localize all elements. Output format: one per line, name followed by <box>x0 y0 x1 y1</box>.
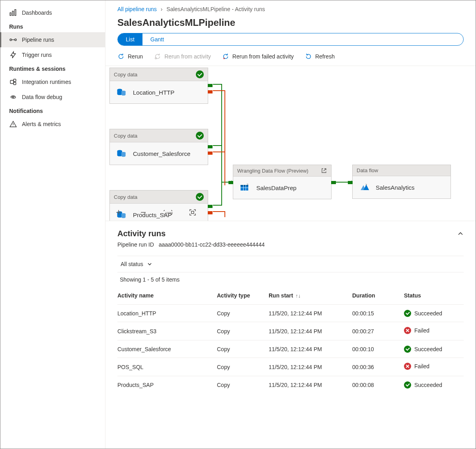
zoom-out-button[interactable] <box>138 207 148 218</box>
breadcrumb-root[interactable]: All pipeline runs <box>117 6 157 12</box>
zoom-in-button[interactable] <box>113 207 124 218</box>
input-port[interactable] <box>228 181 233 184</box>
sidebar-item-integration-runtimes[interactable]: Integration runtimes <box>0 74 105 89</box>
database-icon <box>115 148 127 159</box>
cell-activity-type: Copy <box>217 376 269 394</box>
svg-rect-6 <box>14 79 16 82</box>
activity-node-customer-salesforce[interactable]: Copy data Customer_Salesforce <box>109 129 208 165</box>
pipeline-canvas[interactable]: Copy data Location_HTTP Copy data Custom… <box>105 66 476 221</box>
svg-text:100%: 100% <box>165 211 173 215</box>
status-filter[interactable]: All status <box>117 259 155 269</box>
table-row[interactable]: Location_HTTPCopy11/5/20, 12:12:44 PM00:… <box>117 305 464 322</box>
pipeline-run-id: Pipeline run ID aaaa0000-bb11-cc22-dd33-… <box>117 241 464 248</box>
chevron-up-icon[interactable] <box>457 231 464 237</box>
node-title: SalesAnalytics <box>376 184 415 191</box>
success-icon <box>196 193 204 201</box>
activity-node-salesanalytics[interactable]: Data flow SalesAnalytics <box>352 165 451 199</box>
sidebar-item-alerts-metrics[interactable]: Alerts & metrics <box>0 117 105 132</box>
dataflow-debug-icon <box>9 93 17 101</box>
cell-activity-type: Copy <box>217 305 269 322</box>
rerun-failed-icon <box>222 53 229 60</box>
failed-icon <box>404 363 411 370</box>
table-row[interactable]: POS_SQLCopy11/5/20, 12:12:44 PM00:00:36F… <box>117 358 464 376</box>
col-run-start[interactable]: Run start↑↓ <box>269 287 352 305</box>
input-port[interactable] <box>348 181 353 184</box>
view-toggle-list[interactable]: List <box>118 33 142 45</box>
table-row[interactable]: Customer_SalesforceCopy11/5/20, 12:12:44… <box>117 340 464 358</box>
cell-duration: 00:00:10 <box>352 340 404 358</box>
svg-rect-5 <box>10 80 14 84</box>
node-title: Customer_Salesforce <box>133 150 190 157</box>
table-row[interactable]: Products_SAPCopy11/5/20, 12:12:44 PM00:0… <box>117 376 464 394</box>
zoom-fit-button[interactable] <box>187 207 198 218</box>
breadcrumb-separator: › <box>161 6 163 12</box>
status-filter-label: All status <box>121 261 143 267</box>
cell-activity-type: Copy <box>217 340 269 358</box>
output-port-success[interactable] <box>208 205 213 208</box>
refresh-button[interactable]: Refresh <box>305 53 335 60</box>
success-icon <box>196 70 204 78</box>
activity-node-salesdataprep[interactable]: Wrangling Data Flow (Preview) SalesDataP… <box>233 165 332 199</box>
output-port-failure[interactable] <box>208 152 213 155</box>
activity-node-location-http[interactable]: Copy data Location_HTTP <box>109 68 208 104</box>
node-title: Location_HTTP <box>133 89 174 96</box>
failed-icon <box>404 327 411 334</box>
col-status[interactable]: Status <box>404 287 464 305</box>
alert-icon <box>9 120 17 128</box>
nav-header-runs: Runs <box>0 20 105 32</box>
activity-runs-title: Activity runs <box>117 229 166 238</box>
rerun-from-failed-button[interactable]: Rerun from failed activity <box>222 53 294 60</box>
svg-rect-2 <box>15 10 16 16</box>
cell-activity-name: POS_SQL <box>117 358 217 376</box>
cell-activity-type: Copy <box>217 358 269 376</box>
sidebar-item-label: Dashboards <box>22 10 52 16</box>
svg-rect-7 <box>14 82 16 85</box>
breadcrumb-current: SalesAnalyticsMLPipeline - Activity runs <box>166 6 265 12</box>
cell-run-start: 11/5/20, 12:12:44 PM <box>269 376 352 394</box>
toolbar-label: Refresh <box>315 53 335 60</box>
toolbar-label: Rerun from failed activity <box>232 53 294 60</box>
popout-icon[interactable] <box>321 167 327 174</box>
sidebar-item-label: Data flow debug <box>22 94 62 100</box>
main-content: All pipeline runs › SalesAnalyticsMLPipe… <box>105 0 476 449</box>
svg-rect-24 <box>191 211 194 214</box>
col-duration[interactable]: Duration <box>352 287 404 305</box>
rerun-activity-icon <box>154 53 161 60</box>
sidebar-item-pipeline-runs[interactable]: Pipeline runs <box>0 32 105 47</box>
cell-run-start: 11/5/20, 12:12:44 PM <box>269 340 352 358</box>
cell-duration: 00:00:36 <box>352 358 404 376</box>
breadcrumb: All pipeline runs › SalesAnalyticsMLPipe… <box>105 0 476 15</box>
output-port-success[interactable] <box>331 181 336 184</box>
view-toggle-gantt[interactable]: Gantt <box>142 33 172 45</box>
zoom-100-button[interactable]: 100% <box>163 207 173 218</box>
cell-status: Succeeded <box>404 340 464 358</box>
table-icon <box>239 182 251 193</box>
output-port-success[interactable] <box>208 145 213 148</box>
output-port-failure[interactable] <box>208 90 213 93</box>
view-toggle: List Gantt <box>117 33 464 46</box>
col-activity-name[interactable]: Activity name <box>117 287 217 305</box>
node-type: Wrangling Data Flow (Preview) <box>237 168 308 174</box>
showing-count: Showing 1 - 5 of 5 items <box>117 272 464 287</box>
run-id-value: aaaa0000-bb11-cc22-dd33-eeeeee444444 <box>159 241 265 248</box>
sidebar-item-trigger-runs[interactable]: Trigger runs <box>0 47 105 62</box>
sidebar-item-dataflow-debug[interactable]: Data flow debug <box>0 89 105 105</box>
success-icon <box>196 132 204 140</box>
col-activity-type[interactable]: Activity type <box>217 287 269 305</box>
rerun-from-activity-button: Rerun from activity <box>154 53 211 60</box>
output-port-failure[interactable] <box>208 211 213 214</box>
rerun-button[interactable]: Rerun <box>117 53 143 60</box>
sidebar-item-dashboards[interactable]: Dashboards <box>0 5 105 20</box>
output-port-success[interactable] <box>208 84 213 87</box>
database-icon <box>115 87 127 98</box>
cell-status: Succeeded <box>404 305 464 322</box>
node-type: Copy data <box>114 133 137 139</box>
page-title: SalesAnalyticsMLPipeline <box>105 15 476 33</box>
sidebar-item-label: Alerts & metrics <box>22 121 61 127</box>
activity-runs-table: Activity name Activity type Run start↑↓ … <box>117 287 464 393</box>
svg-point-8 <box>12 96 14 98</box>
cell-activity-type: Copy <box>217 322 269 340</box>
success-icon <box>404 381 411 389</box>
success-icon <box>404 310 411 317</box>
table-row[interactable]: Clickstream_S3Copy11/5/20, 12:12:44 PM00… <box>117 322 464 340</box>
